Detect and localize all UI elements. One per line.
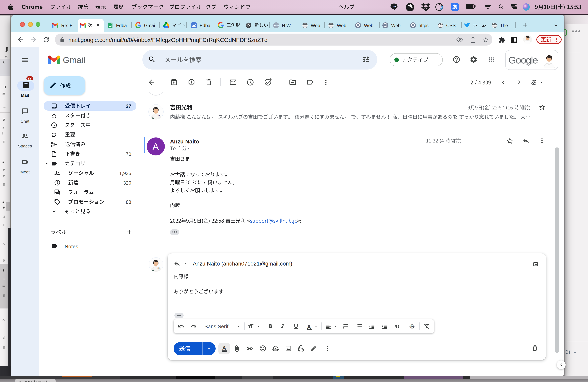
- svg-text:H: H: [159, 115, 160, 116]
- svg-text:LINE: LINE: [392, 5, 396, 8]
- svg-text:H: H: [158, 267, 160, 269]
- svg-text:H.W.M: H.W.M: [273, 24, 279, 26]
